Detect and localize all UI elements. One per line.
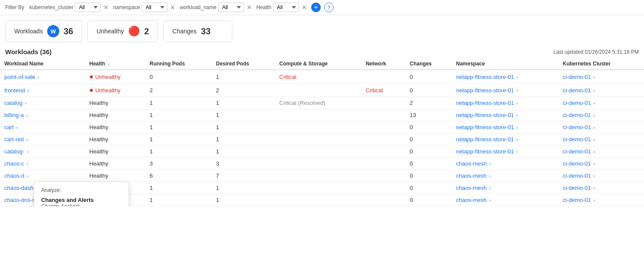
changes-count: 0	[406, 158, 452, 170]
namespace-link[interactable]: netapp-fitness-store-01 ›	[456, 74, 518, 80]
desired-pods: 7	[212, 170, 275, 182]
running-pods: 1	[145, 97, 212, 109]
compute-storage	[275, 182, 361, 194]
cluster-link[interactable]: ci-demo-01 ›	[563, 197, 595, 203]
table-title: Workloads (36)	[5, 48, 52, 55]
health-status: Healthy	[89, 124, 108, 130]
filter-add-button[interactable]: +	[311, 3, 321, 12]
namespace-link[interactable]: netapp-fitness-store-01 ›	[456, 124, 518, 130]
namespace-link[interactable]: netapp-fitness-store-01 ›	[456, 136, 518, 143]
col-health[interactable]: Health ↓	[85, 58, 145, 70]
desired-pods: 1	[212, 109, 275, 121]
running-pods: 1	[145, 182, 212, 194]
cluster-link[interactable]: ci-demo-01 ›	[563, 87, 595, 94]
cluster-link[interactable]: ci-demo-01 ›	[563, 148, 595, 155]
cluster-chevron-icon: ›	[593, 185, 595, 191]
compute-storage	[275, 170, 361, 182]
namespace-chevron-icon: ›	[516, 75, 518, 80]
filter-help-button[interactable]: ?	[324, 3, 334, 12]
workload-name-link[interactable]: chaos-d ›	[4, 172, 29, 179]
cluster-link[interactable]: ci-demo-01 ›	[563, 160, 595, 167]
col-running-pods[interactable]: Running Pods	[145, 58, 212, 70]
workload-name-link[interactable]: cart-red ›	[4, 136, 28, 143]
changes-count: 33	[201, 26, 210, 36]
compute-storage	[275, 109, 361, 121]
workload-name-link[interactable]: catalog ›	[4, 100, 26, 106]
workload-name-link[interactable]: chaos-c ›	[4, 160, 28, 167]
col-changes[interactable]: Changes	[406, 58, 452, 70]
namespace-link[interactable]: chaos-mesh ›	[456, 197, 491, 203]
network: Critical	[361, 84, 406, 97]
desired-pods: 1	[212, 97, 275, 109]
cluster-link[interactable]: ci-demo-01 ›	[563, 124, 595, 130]
filter-select-workload[interactable]: All	[218, 3, 244, 12]
table-header: Workload Name Health ↓ Running Pods Desi…	[0, 58, 644, 70]
workload-name-link[interactable]: frontend ›	[4, 87, 29, 94]
summary-card-unhealthy[interactable]: Unhealthy 🔴 2	[87, 20, 158, 42]
dropdown-section-changes[interactable]: Changes and Alerts Change Analysis	[41, 197, 122, 206]
last-updated: Last updated 01/26/2024 5:31:18 PM	[554, 49, 639, 55]
desired-pods: 1	[212, 182, 275, 194]
namespace-link[interactable]: netapp-fitness-store-01 ›	[456, 112, 518, 118]
namespace-link[interactable]: netapp-fitness-store-01 ›	[456, 148, 518, 155]
desired-pods: 1	[212, 70, 275, 84]
workloads-count: 36	[64, 26, 73, 36]
workload-name-link[interactable]: cart ›	[4, 124, 18, 130]
filter-clear-cluster[interactable]: ✕	[103, 4, 109, 10]
namespace-link[interactable]: netapp-fitness-store-01 ›	[456, 100, 518, 106]
col-compute-storage[interactable]: Compute & Storage	[275, 58, 361, 70]
analyze-label: Analyze:	[41, 187, 122, 193]
summary-card-changes[interactable]: Changes 33	[163, 20, 232, 42]
namespace-link[interactable]: chaos-mesh ›	[456, 185, 491, 191]
compute-storage	[275, 146, 361, 158]
health-status: Healthy	[89, 112, 108, 118]
col-network[interactable]: Network	[361, 58, 406, 70]
filter-clear-namespace[interactable]: ✕	[169, 4, 176, 10]
col-namespace[interactable]: Namespace	[452, 58, 559, 70]
cluster-link[interactable]: ci-demo-01 ›	[563, 74, 595, 80]
workloads-label: Workloads	[14, 28, 43, 35]
changes-count: 2	[406, 97, 452, 109]
namespace-chevron-icon: ›	[489, 198, 491, 203]
cluster-link[interactable]: ci-demo-01 ›	[563, 136, 595, 143]
col-workload-name[interactable]: Workload Name	[0, 58, 85, 70]
summary-card-workloads[interactable]: Workloads W 36	[5, 20, 82, 42]
filter-tag-health: Health	[256, 4, 271, 10]
compute-storage	[275, 133, 361, 146]
chevron-icon: ›	[27, 149, 29, 154]
col-cluster[interactable]: Kubernetes Cluster	[558, 58, 644, 70]
cluster-link[interactable]: ci-demo-01 ›	[563, 100, 595, 106]
table-header-row: Workloads (36) Last updated 01/26/2024 5…	[0, 46, 644, 58]
filter-group-cluster: kubernetes_cluster All ✕	[29, 3, 109, 12]
cluster-link[interactable]: ci-demo-01 ›	[563, 172, 595, 179]
filter-clear-workload[interactable]: ✕	[246, 4, 253, 10]
network	[361, 146, 406, 158]
cluster-link[interactable]: ci-demo-01 ›	[563, 112, 595, 118]
cluster-chevron-icon: ›	[593, 198, 595, 203]
namespace-link[interactable]: netapp-fitness-store-01 ›	[456, 87, 518, 94]
namespace-link[interactable]: chaos-mesh ›	[456, 160, 491, 167]
desired-pods: 3	[212, 158, 275, 170]
workload-name-link[interactable]: point-of-sale ›	[4, 74, 39, 80]
chevron-icon: ›	[27, 173, 29, 179]
summary-bar: Workloads W 36 Unhealthy 🔴 2 Changes 33	[0, 15, 644, 46]
network	[361, 170, 406, 182]
network	[361, 70, 406, 84]
filter-select-cluster[interactable]: All	[75, 3, 101, 12]
filter-clear-health[interactable]: ✕	[301, 4, 308, 10]
desired-pods: 2	[212, 84, 275, 97]
filter-tag-workload: workload_name	[180, 4, 216, 10]
cluster-link[interactable]: ci-demo-01 ›	[563, 185, 595, 191]
filter-select-health[interactable]: All	[273, 3, 299, 12]
workload-name-link[interactable]: catalog- ›	[4, 148, 29, 155]
changes-count: 13	[406, 109, 452, 121]
filter-select-namespace[interactable]: All	[142, 3, 167, 12]
desired-pods: 1	[212, 121, 275, 133]
table-row: chaos-c ›Healthy330chaos-mesh ›ci-demo-0…	[0, 158, 644, 170]
namespace-link[interactable]: chaos-mesh ›	[456, 172, 491, 179]
workload-name-link[interactable]: billing-a ›	[4, 112, 28, 118]
running-pods: 1	[145, 109, 212, 121]
running-pods: 1	[145, 146, 212, 158]
col-desired-pods[interactable]: Desired Pods	[212, 58, 275, 70]
network	[361, 121, 406, 133]
